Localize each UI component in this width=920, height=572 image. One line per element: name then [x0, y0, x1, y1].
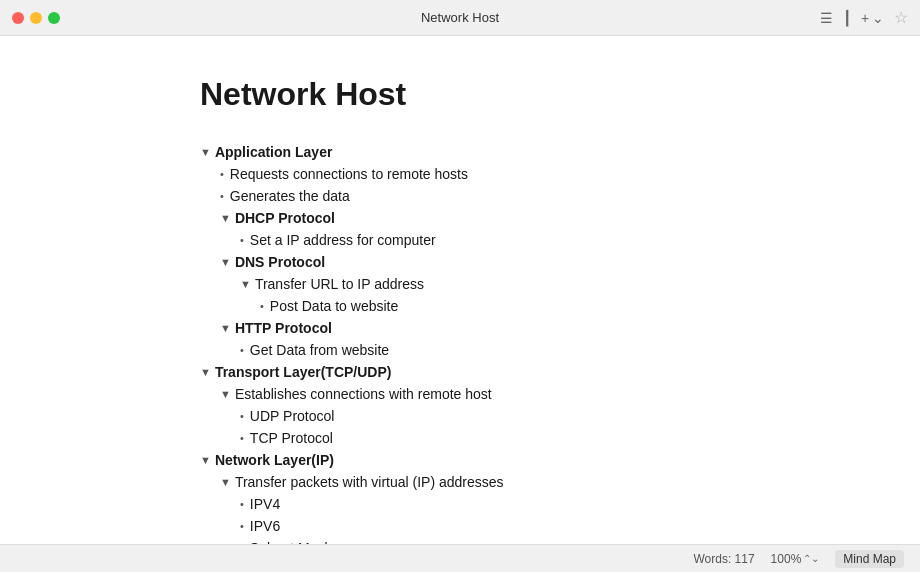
item-label: Generates the data — [230, 188, 350, 204]
outline-item-establishes: ▼ Establishes connections with remote ho… — [220, 383, 860, 405]
item-label: Post Data to website — [270, 298, 398, 314]
item-label: Set a IP address for computer — [250, 232, 436, 248]
item-label: Transfer URL to IP address — [255, 276, 424, 292]
window-title: Network Host — [421, 10, 499, 25]
outline-item-udp: • UDP Protocol — [240, 405, 860, 427]
bullet-icon: • — [240, 498, 244, 510]
item-label: Application Layer — [215, 144, 332, 160]
toggle-icon[interactable]: ▼ — [220, 256, 231, 268]
close-button[interactable] — [12, 12, 24, 24]
item-label: IPV6 — [250, 518, 280, 534]
item-label: UDP Protocol — [250, 408, 335, 424]
item-label: IPV4 — [250, 496, 280, 512]
outline-item-transport-layer: ▼ Transport Layer(TCP/UDP) — [200, 361, 860, 383]
item-label: Requests connections to remote hosts — [230, 166, 468, 182]
outline-item-transfer-url: ▼ Transfer URL to IP address — [240, 273, 860, 295]
outline-item-set-ip: • Set a IP address for computer — [240, 229, 860, 251]
outline-item-network-layer: ▼ Network Layer(IP) — [200, 449, 860, 471]
toggle-icon[interactable]: ▼ — [200, 454, 211, 466]
toggle-icon[interactable]: ▼ — [220, 388, 231, 400]
outline-item-dhcp: ▼ DHCP Protocol — [220, 207, 860, 229]
item-label: TCP Protocol — [250, 430, 333, 446]
bullet-icon: • — [220, 190, 224, 202]
outline-item-application-layer: ▼ Application Layer — [200, 141, 860, 163]
item-label: Transfer packets with virtual (IP) addre… — [235, 474, 504, 490]
bullet-icon: • — [260, 300, 264, 312]
outline-item-requests-connections: • Requests connections to remote hosts — [220, 163, 860, 185]
item-label: DNS Protocol — [235, 254, 325, 270]
outline-item-transfer-packets: ▼ Transfer packets with virtual (IP) add… — [220, 471, 860, 493]
item-label: HTTP Protocol — [235, 320, 332, 336]
traffic-lights — [12, 12, 60, 24]
status-bar: Words: 117 100% ⌃⌄ Mind Map — [0, 544, 920, 572]
outline-item-ipv4: • IPV4 — [240, 493, 860, 515]
item-label: Establishes connections with remote host — [235, 386, 492, 402]
toggle-icon[interactable]: ▼ — [220, 476, 231, 488]
outline-item-subnet-mask: • Subnet Mask — [240, 537, 860, 544]
list-icon[interactable]: ☰ — [820, 10, 833, 26]
document-area: Network Host ▼ Application Layer • Reque… — [0, 36, 920, 544]
outline-item-generates-data: • Generates the data — [220, 185, 860, 207]
add-icon[interactable]: + ⌄ — [861, 10, 884, 26]
star-icon[interactable]: ☆ — [894, 8, 908, 27]
zoom-level[interactable]: 100% ⌃⌄ — [771, 552, 820, 566]
item-label: Get Data from website — [250, 342, 389, 358]
item-label: DHCP Protocol — [235, 210, 335, 226]
title-bar: Network Host ☰ ┃ + ⌄ ☆ — [0, 0, 920, 36]
bullet-icon: • — [220, 168, 224, 180]
bullet-icon: • — [240, 432, 244, 444]
item-label: Network Layer(IP) — [215, 452, 334, 468]
word-count: Words: 117 — [693, 552, 754, 566]
item-label: Transport Layer(TCP/UDP) — [215, 364, 392, 380]
outline-item-http: ▼ HTTP Protocol — [220, 317, 860, 339]
toolbar: ☰ ┃ + ⌄ ☆ — [820, 8, 908, 27]
zoom-value: 100% — [771, 552, 802, 566]
outline-item-dns: ▼ DNS Protocol — [220, 251, 860, 273]
outline-item-tcp: • TCP Protocol — [240, 427, 860, 449]
minimize-button[interactable] — [30, 12, 42, 24]
zoom-chevrons: ⌃⌄ — [803, 553, 819, 564]
bullet-icon: • — [240, 520, 244, 532]
indent-list-icon[interactable]: ┃ — [843, 10, 851, 26]
bullet-icon: • — [240, 234, 244, 246]
outline-item-ipv6: • IPV6 — [240, 515, 860, 537]
bullet-icon: • — [240, 410, 244, 422]
toggle-icon[interactable]: ▼ — [240, 278, 251, 290]
outline-item-post-data: • Post Data to website — [260, 295, 860, 317]
toggle-icon[interactable]: ▼ — [220, 322, 231, 334]
toggle-icon[interactable]: ▼ — [200, 366, 211, 378]
toggle-icon[interactable]: ▼ — [220, 212, 231, 224]
document-title: Network Host — [200, 76, 860, 113]
maximize-button[interactable] — [48, 12, 60, 24]
mind-map-button[interactable]: Mind Map — [835, 550, 904, 568]
toggle-icon[interactable]: ▼ — [200, 146, 211, 158]
bullet-icon: • — [240, 344, 244, 356]
outline-item-get-data: • Get Data from website — [240, 339, 860, 361]
